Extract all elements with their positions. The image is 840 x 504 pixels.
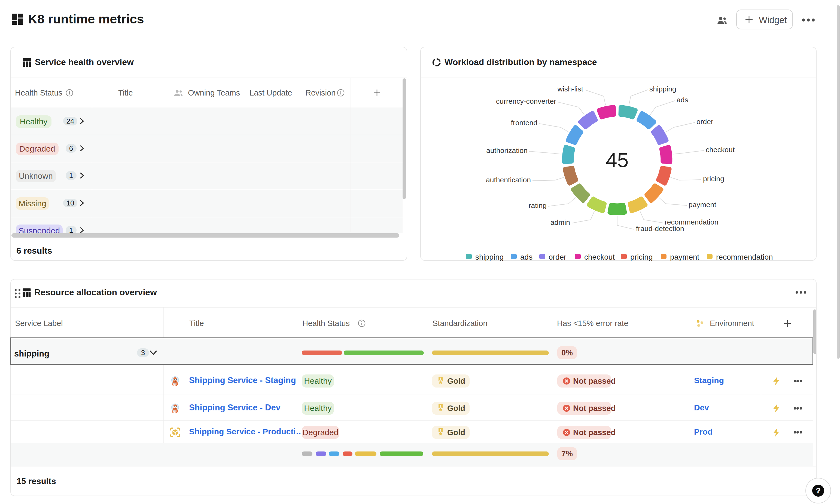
svg-text:rating: rating [529,201,547,210]
svg-text:pricing: pricing [703,175,724,183]
svg-text:admin: admin [550,218,570,227]
svg-text:payment: payment [688,201,716,209]
svg-text:checkout: checkout [706,146,735,154]
svg-text:ads: ads [677,96,688,104]
svg-text:authentication: authentication [486,176,531,184]
svg-text:frontend: frontend [511,119,537,127]
svg-text:45: 45 [606,149,628,172]
svg-text:shipping: shipping [649,85,676,93]
svg-text:wish-list: wish-list [557,85,583,93]
svg-text:authorization: authorization [486,146,528,155]
svg-text:order: order [697,118,713,126]
svg-text:currency-converter: currency-converter [496,97,556,105]
svg-text:fraud-detection: fraud-detection [636,224,684,233]
